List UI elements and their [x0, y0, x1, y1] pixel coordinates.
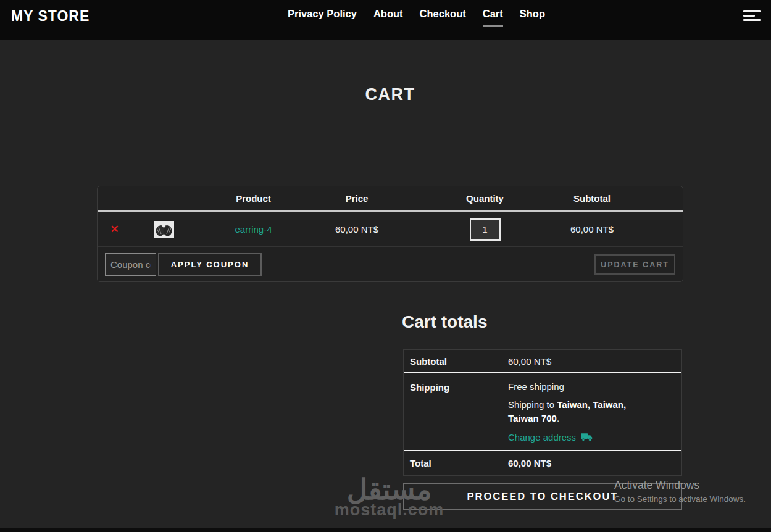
shipping-destination-text: Shipping to Taiwan, Taiwan, Taiwan 700.: [508, 398, 681, 425]
cart-totals-table: Subtotal 60,00 NT$ Shipping Free shippin…: [403, 349, 682, 476]
col-header-product: Product: [196, 193, 310, 204]
nav-item-privacy-policy[interactable]: Privacy Policy: [288, 8, 357, 27]
total-row: Total 60,00 NT$: [404, 451, 681, 475]
cart-item-row: ✕ earring-4 60,00 NT$ 60,00 NT$: [98, 212, 683, 246]
col-header-quantity: Quantity: [403, 193, 567, 204]
nav-item-cart[interactable]: Cart: [483, 8, 503, 27]
product-link[interactable]: earring-4: [235, 224, 272, 235]
subtotal-value: 60,00 NT$: [508, 356, 681, 367]
update-cart-button[interactable]: UPDATE CART: [594, 254, 675, 275]
product-thumbnail[interactable]: [154, 221, 174, 238]
shipping-method: Free shipping: [508, 381, 681, 392]
site-header: MY STORE Privacy Policy About Checkout C…: [0, 0, 771, 40]
nav-item-about[interactable]: About: [373, 8, 403, 27]
main-nav: Privacy Policy About Checkout Cart Shop: [288, 8, 545, 27]
apply-coupon-button[interactable]: APPLY COUPON: [158, 253, 262, 276]
site-logo[interactable]: MY STORE: [11, 8, 90, 25]
cart-table: Product Price Quantity Subtotal ✕ earrin…: [97, 186, 683, 282]
col-header-price: Price: [310, 193, 403, 204]
menu-icon[interactable]: [743, 10, 761, 22]
shipping-truck-icon: [581, 433, 593, 442]
shipping-label: Shipping: [404, 381, 508, 443]
item-price: 60,00 NT$: [310, 224, 403, 235]
cart-totals-title: Cart totals: [402, 312, 487, 332]
subtotal-row: Subtotal 60,00 NT$: [404, 350, 681, 373]
total-value: 60,00 NT$: [508, 458, 681, 468]
footer-strip: [0, 528, 771, 532]
page-title: CART: [0, 85, 771, 104]
cart-table-header: Product Price Quantity Subtotal: [98, 186, 683, 212]
quantity-input[interactable]: [470, 218, 501, 241]
coupon-input[interactable]: [105, 253, 156, 276]
nav-item-checkout[interactable]: Checkout: [420, 8, 466, 27]
cart-page: MY STORE Privacy Policy About Checkout C…: [0, 0, 771, 532]
change-address-link[interactable]: Change address: [508, 432, 576, 443]
col-header-subtotal: Subtotal: [567, 193, 684, 204]
shipping-row: Shipping Free shipping Shipping to Taiwa…: [404, 373, 681, 451]
item-subtotal: 60,00 NT$: [567, 224, 684, 235]
remove-item-icon[interactable]: ✕: [110, 223, 119, 235]
total-label: Total: [404, 458, 508, 468]
title-divider: [350, 131, 430, 131]
proceed-to-checkout-button[interactable]: PROCEED TO CHECKOUT: [403, 483, 682, 510]
subtotal-label: Subtotal: [404, 356, 508, 367]
nav-item-shop[interactable]: Shop: [520, 8, 545, 27]
cart-actions-row: APPLY COUPON UPDATE CART: [98, 246, 683, 281]
